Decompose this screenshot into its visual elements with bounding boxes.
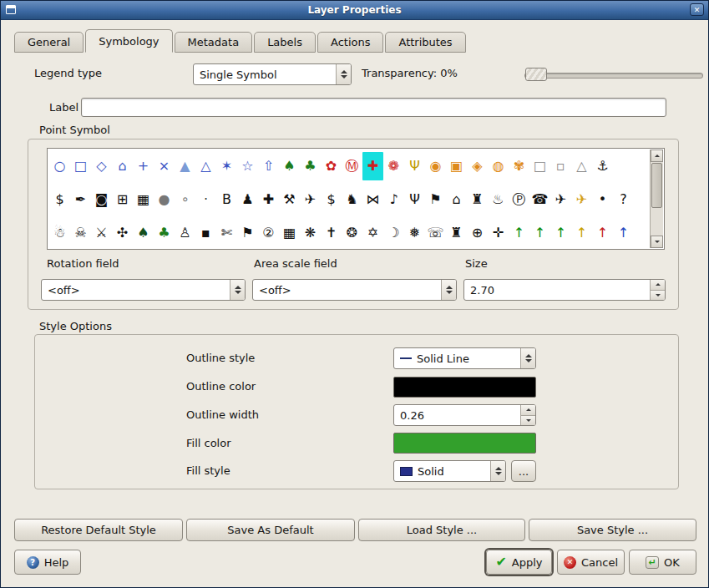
symbol-item[interactable]: Ψ xyxy=(404,185,425,214)
symbol-item[interactable]: □ xyxy=(70,152,91,180)
symbol-item[interactable]: ✛ xyxy=(488,219,509,247)
symbol-item[interactable]: ♞ xyxy=(342,185,362,214)
symbol-item[interactable]: + xyxy=(133,152,154,180)
symbol-item[interactable]: ◙ xyxy=(91,185,112,214)
symbol-item[interactable]: ✶ xyxy=(216,152,237,180)
symbol-item[interactable]: ☃ xyxy=(49,219,70,247)
symbol-item[interactable]: ✚ xyxy=(362,152,383,180)
symbol-item[interactable]: △ xyxy=(195,152,216,180)
load-style-button[interactable]: Load Style ... xyxy=(358,519,525,541)
spin-down-icon[interactable] xyxy=(651,291,665,301)
tab-attributes[interactable]: Attributes xyxy=(385,32,465,53)
apply-button[interactable]: ✔ Apply xyxy=(486,550,552,575)
symbol-item[interactable]: ? xyxy=(613,185,634,214)
symbol-item[interactable]: ⚓ xyxy=(592,152,613,180)
symbol-item[interactable]: ✝ xyxy=(321,219,342,247)
symbol-item[interactable]: ☏ xyxy=(425,219,446,247)
tab-general[interactable]: General xyxy=(14,32,84,53)
symbol-item[interactable]: ▦ xyxy=(279,219,300,247)
symbol-item[interactable]: Ⓜ xyxy=(342,152,362,180)
symbol-item[interactable]: $ xyxy=(321,185,342,214)
close-button[interactable]: ✕ xyxy=(690,3,704,16)
symbol-item[interactable]: ▫ xyxy=(550,152,571,180)
tab-metadata[interactable]: Metadata xyxy=(175,32,253,53)
symbol-item[interactable]: × xyxy=(154,152,175,180)
label-input[interactable] xyxy=(81,98,666,117)
spin-up-icon[interactable] xyxy=(651,280,665,291)
symbol-item[interactable]: Ψ xyxy=(404,152,425,180)
symbol-item[interactable]: ∘ xyxy=(175,185,195,214)
symbol-item[interactable]: Ⓟ xyxy=(509,185,529,214)
restore-default-style-button[interactable]: Restore Default Style xyxy=(14,519,183,541)
save-style-button[interactable]: Save Style ... xyxy=(529,519,696,541)
symbol-item[interactable]: ❋ xyxy=(300,219,321,247)
symbol-item[interactable]: ❂ xyxy=(342,219,362,247)
symbol-item[interactable]: ♜ xyxy=(446,219,467,247)
symbol-item[interactable]: ⚒ xyxy=(279,185,300,214)
symbol-item[interactable]: ⚔ xyxy=(91,219,112,247)
symbol-item[interactable]: ❁ xyxy=(383,152,404,180)
symbol-item[interactable]: ◍ xyxy=(488,152,509,180)
fill-style-select[interactable]: Solid xyxy=(393,460,506,482)
fill-color-button[interactable] xyxy=(393,433,536,454)
symbol-item[interactable]: ✈ xyxy=(300,185,321,214)
fill-style-more-button[interactable]: ... xyxy=(511,460,536,482)
outline-color-button[interactable] xyxy=(393,377,536,398)
symbol-item[interactable]: ☆ xyxy=(237,152,258,180)
symbol-item[interactable]: ✿ xyxy=(321,152,342,180)
spinner-buttons[interactable] xyxy=(520,405,535,425)
symbol-item[interactable]: ⚑ xyxy=(425,185,446,214)
symbol-item[interactable]: ⚑ xyxy=(237,219,258,247)
save-as-default-button[interactable]: Save As Default xyxy=(186,519,355,541)
symbol-item[interactable]: ● xyxy=(154,185,175,214)
symbol-item[interactable]: ✾ xyxy=(509,152,529,180)
symbol-item[interactable]: △ xyxy=(571,152,592,180)
symbol-item[interactable]: ♠ xyxy=(133,219,154,247)
symbol-item[interactable]: ♣ xyxy=(300,152,321,180)
symbol-item[interactable]: ♟ xyxy=(237,185,258,214)
symbol-list[interactable]: ○□◇⌂+×▲△✶☆⇧♠♣✿Ⓜ✚❁Ψ◉▣◈◍✾□▫△⚓$✒◙⊞▦●∘·B♟✚⚒✈… xyxy=(47,148,665,250)
symbol-item[interactable]: ♪ xyxy=(383,185,404,214)
symbol-item[interactable]: ↑ xyxy=(509,219,529,247)
outline-style-select[interactable]: Solid Line xyxy=(393,347,536,369)
scrollbar-thumb[interactable] xyxy=(651,163,662,208)
symbol-item[interactable]: ◇ xyxy=(91,152,112,180)
symbol-item[interactable]: ⊞ xyxy=(112,185,133,214)
symbol-item[interactable]: ♜ xyxy=(467,185,488,214)
symbol-item[interactable]: ⌂ xyxy=(112,152,133,180)
symbol-item[interactable]: ✚ xyxy=(258,185,279,214)
symbol-item[interactable]: ✡ xyxy=(362,219,383,247)
spin-up-icon[interactable] xyxy=(521,405,535,416)
symbol-item[interactable]: ✄ xyxy=(216,219,237,247)
titlebar[interactable]: Layer Properties ✕ xyxy=(1,1,708,20)
rotation-field-select[interactable]: <off> xyxy=(41,279,246,301)
symbol-item[interactable]: · xyxy=(195,185,216,214)
symbol-item[interactable]: ✒ xyxy=(70,185,91,214)
symbol-item[interactable]: ↑ xyxy=(613,219,634,247)
symbol-item[interactable]: ⇧ xyxy=(258,152,279,180)
scroll-down-icon[interactable] xyxy=(651,236,663,248)
symbol-item[interactable]: ❅ xyxy=(404,219,425,247)
symbol-item[interactable]: ⊕ xyxy=(467,219,488,247)
tab-actions[interactable]: Actions xyxy=(317,32,384,53)
transparency-slider[interactable] xyxy=(524,68,703,81)
symbol-item[interactable]: ✈ xyxy=(550,185,571,214)
spinner-buttons[interactable] xyxy=(650,280,665,300)
symbol-item[interactable]: ▪ xyxy=(195,219,216,247)
outline-width-spinner[interactable]: 0.26 xyxy=(393,404,536,426)
ok-button[interactable]: ↵ OK xyxy=(629,550,696,575)
symbol-item[interactable]: ◈ xyxy=(467,152,488,180)
symbol-item[interactable]: ☽ xyxy=(383,219,404,247)
symbol-item[interactable]: ② xyxy=(258,219,279,247)
symbol-item[interactable]: ☠ xyxy=(70,219,91,247)
symbol-item[interactable]: ▦ xyxy=(133,185,154,214)
symbol-item[interactable]: B xyxy=(216,185,237,214)
symbol-item[interactable]: □ xyxy=(529,152,550,180)
symbol-item[interactable]: ↑ xyxy=(592,219,613,247)
symbol-item[interactable]: ▲ xyxy=(175,152,195,180)
symbol-item[interactable]: ↑ xyxy=(529,219,550,247)
size-spinner[interactable]: 2.70 xyxy=(463,279,666,301)
symbol-item[interactable]: • xyxy=(592,185,613,214)
symbol-item[interactable]: ♙ xyxy=(175,219,195,247)
symbol-item[interactable]: ♠ xyxy=(279,152,300,180)
